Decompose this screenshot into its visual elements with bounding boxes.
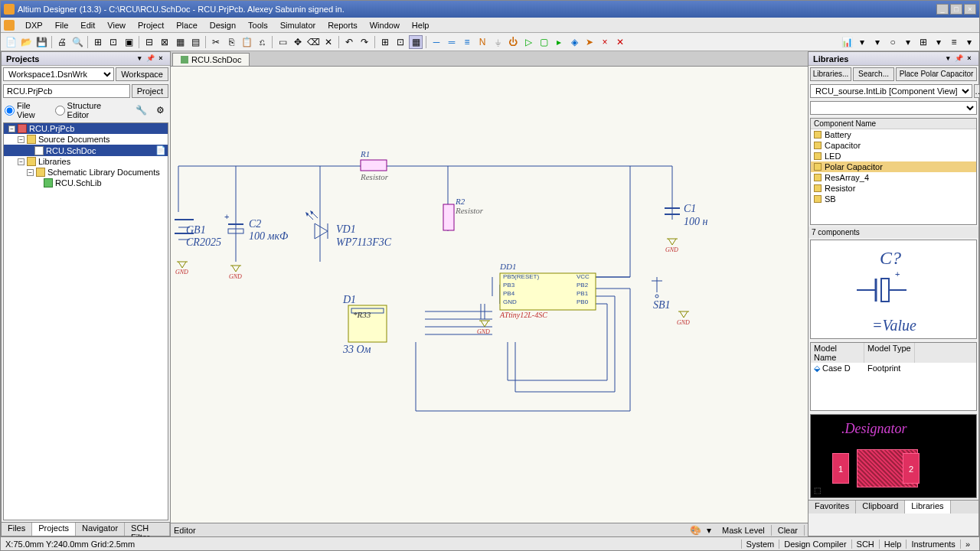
menu-help[interactable]: Help	[406, 19, 436, 31]
select-tool-icon[interactable]: ▭	[276, 35, 289, 49]
note-icon[interactable]: ✕	[613, 35, 627, 49]
project-tool1-icon[interactable]: 🔧	[135, 103, 148, 117]
hierarchy-icon[interactable]: ⊟	[142, 35, 156, 49]
status-system[interactable]: System	[741, 540, 779, 549]
utility-3-icon[interactable]: ▾	[871, 35, 884, 49]
tab-projects[interactable]: Projects	[32, 523, 76, 536]
utility-5-icon[interactable]: ▾	[901, 35, 915, 49]
cross-probe-icon[interactable]: ⊠	[158, 35, 172, 49]
libraries-button[interactable]: Libraries...	[810, 67, 851, 81]
lib-close-icon[interactable]: ×	[965, 54, 974, 64]
list-item-polar-capacitor[interactable]: Polar Capacitor	[811, 161, 976, 172]
component-list[interactable]: Component Name Battery Capacitor LED Pol…	[810, 118, 977, 225]
utility-7-icon[interactable]: ▾	[932, 35, 946, 49]
new-icon[interactable]: 📄	[4, 35, 18, 49]
move-icon[interactable]: ✥	[291, 35, 305, 49]
close-button[interactable]: ×	[964, 4, 976, 15]
maximize-button[interactable]: □	[950, 4, 962, 15]
menu-file[interactable]: File	[49, 19, 75, 31]
no-erc-icon[interactable]: ×	[598, 35, 612, 49]
open-icon[interactable]: 📂	[19, 35, 33, 49]
mask-level-button[interactable]: Mask Level	[716, 525, 772, 536]
list-item-resistor[interactable]: Resistor	[811, 183, 976, 194]
panel-dropdown-icon[interactable]: ▾	[135, 54, 144, 64]
net-label-icon[interactable]: N	[475, 35, 489, 49]
menu-place[interactable]: Place	[170, 19, 204, 31]
cross-select-icon[interactable]: ▦	[173, 35, 187, 49]
tree-schdoc[interactable]: RCU.SchDoc📄	[4, 145, 168, 156]
project-input[interactable]	[3, 84, 130, 98]
grid-icon[interactable]: ⊞	[378, 35, 392, 49]
save-icon[interactable]: 💾	[34, 35, 48, 49]
menu-dxp[interactable]: DXP	[19, 19, 49, 31]
model-row[interactable]: ⬙ Case D Footprint	[811, 363, 976, 374]
tree-project-root[interactable]: −RCU.PrjPcb	[4, 123, 168, 134]
redo-icon[interactable]: ↷	[358, 35, 371, 49]
tree-schlib-docs[interactable]: −Schematic Library Documents	[4, 167, 168, 178]
device-sheet-icon[interactable]: ◈	[567, 35, 581, 49]
select-icon[interactable]: ▤	[188, 35, 202, 49]
utility-8-icon[interactable]: ≡	[947, 35, 961, 49]
tree-source-docs[interactable]: −Source Documents	[4, 134, 168, 145]
component-name-header[interactable]: Component Name	[811, 119, 976, 129]
wire-icon[interactable]: ─	[430, 35, 443, 49]
copy-icon[interactable]: ⎘	[224, 35, 238, 49]
mask-icon[interactable]: 🎨	[688, 523, 702, 537]
lib-pin-icon[interactable]: 📌	[954, 54, 963, 64]
panel-close-icon[interactable]: ×	[156, 54, 165, 64]
menu-window[interactable]: Window	[364, 19, 406, 31]
list-item-battery[interactable]: Battery	[811, 129, 976, 140]
utility-9-icon[interactable]: ▾	[962, 35, 976, 49]
zoom-selected-icon[interactable]: ▣	[122, 35, 136, 49]
mode-icon[interactable]: ▦	[409, 35, 423, 49]
tree-schlib[interactable]: RCU.SchLib	[4, 178, 168, 188]
menu-view[interactable]: View	[101, 19, 132, 31]
tab-navigator[interactable]: Navigator	[76, 523, 125, 536]
tab-files[interactable]: Files	[2, 523, 32, 536]
status-help[interactable]: Help	[879, 540, 906, 549]
preview-icon[interactable]: 🔍	[70, 35, 84, 49]
rubber-stamp-icon[interactable]: ⎌	[255, 35, 269, 49]
tab-clipboard[interactable]: Clipboard	[856, 500, 905, 514]
utility-1-icon[interactable]: 📊	[840, 35, 854, 49]
filter-select[interactable]	[810, 101, 977, 115]
minimize-button[interactable]: _	[936, 4, 949, 15]
project-tool2-icon[interactable]: ⚙	[154, 103, 167, 117]
menu-reports[interactable]: Reports	[322, 19, 364, 31]
status-design-compiler[interactable]: Design Compiler	[779, 540, 851, 549]
menu-simulator[interactable]: Simulator	[274, 19, 322, 31]
dxp-icon[interactable]	[4, 20, 15, 31]
power-icon[interactable]: ⏻	[506, 35, 520, 49]
sheet-symbol-icon[interactable]: ▢	[537, 35, 550, 49]
list-item-sb[interactable]: SB	[811, 194, 976, 204]
panel-pin-icon[interactable]: 📌	[145, 54, 155, 64]
filter-icon[interactable]: ▾	[702, 523, 716, 537]
project-tree[interactable]: −RCU.PrjPcb −Source Documents RCU.SchDoc…	[3, 122, 168, 520]
status-sch[interactable]: SCH	[851, 540, 879, 549]
schematic-canvas[interactable]: +	[171, 67, 808, 523]
model-table[interactable]: Model Name Model Type ⬙ Case D Footprint	[810, 342, 977, 411]
lib-browse-button[interactable]: …	[974, 84, 979, 98]
fp-3d-icon[interactable]: ⬚	[814, 486, 821, 494]
utility-6-icon[interactable]: ⊞	[916, 35, 930, 49]
utility-4-icon[interactable]: ○	[886, 35, 900, 49]
status-expand-icon[interactable]: »	[960, 540, 975, 549]
tab-libraries[interactable]: Libraries	[905, 500, 950, 514]
lib-dropdown-icon[interactable]: ▾	[943, 54, 952, 64]
doc-tab-rcu[interactable]: RCU.SchDoc	[172, 53, 250, 66]
status-instruments[interactable]: Instruments	[906, 540, 959, 549]
utility-2-icon[interactable]: ▾	[855, 35, 869, 49]
workspace-button[interactable]: Workspace	[116, 67, 168, 81]
signal-harness-icon[interactable]: ≡	[460, 35, 474, 49]
port-icon[interactable]: ➤	[583, 35, 596, 49]
snap-icon[interactable]: ⊡	[394, 35, 407, 49]
model-name-header[interactable]: Model Name	[811, 343, 864, 363]
print-icon[interactable]: 🖨	[55, 35, 69, 49]
bus-icon[interactable]: ═	[445, 35, 459, 49]
list-item-resarray[interactable]: ResArray_4	[811, 172, 976, 183]
tab-favorites[interactable]: Favorites	[808, 500, 856, 514]
workspace-select[interactable]: Workspace1.DsnWrk	[3, 67, 114, 81]
menu-design[interactable]: Design	[204, 19, 242, 31]
file-view-radio[interactable]: File View	[5, 101, 49, 119]
gnd-icon[interactable]: ⏚	[491, 35, 505, 49]
